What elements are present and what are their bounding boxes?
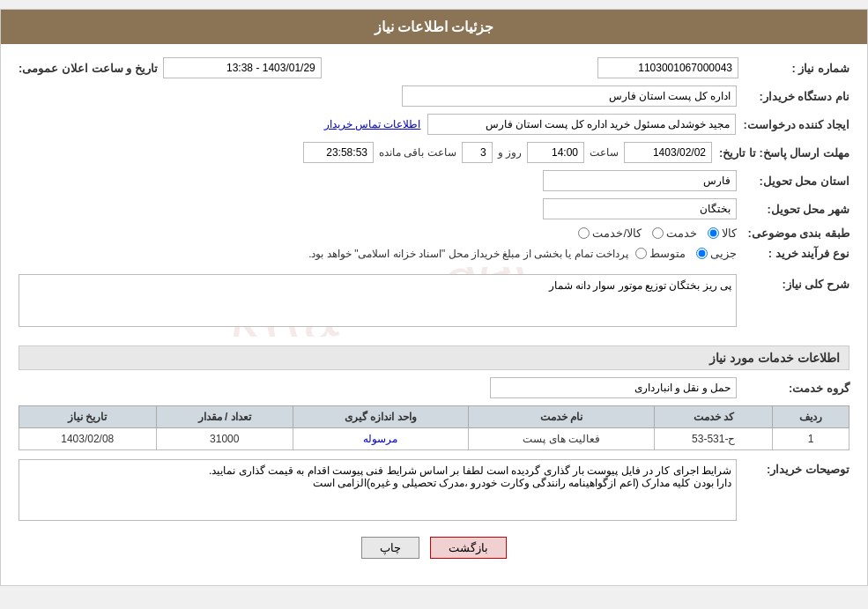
cell-date: 1403/02/08	[19, 428, 157, 450]
response-remaining-label: ساعت باقی مانده	[379, 146, 456, 159]
cell-row: 1	[773, 428, 849, 450]
response-days-input[interactable]	[462, 142, 493, 163]
response-remaining-input[interactable]	[303, 142, 374, 163]
category-option-khedmat[interactable]: خدمت	[652, 227, 697, 240]
need-number-label: شماره نیاز :	[744, 62, 849, 75]
process-option-jozii[interactable]: جزیی	[696, 247, 737, 260]
cell-code: ح-531-53	[655, 428, 773, 450]
province-label: استان محل تحویل:	[744, 175, 849, 188]
page-header: جزئیات اطلاعات نیاز	[1, 10, 867, 44]
response-time-input[interactable]	[527, 142, 584, 163]
buyer-org-label: نام دستگاه خریدار:	[744, 90, 849, 103]
creator-input[interactable]	[427, 114, 736, 135]
col-header-unit: واحد اندازه گیری	[293, 406, 468, 428]
response-days-label: روز و	[498, 146, 522, 159]
service-group-label: گروه خدمت:	[744, 382, 849, 395]
col-header-date: تاریخ نیاز	[19, 406, 157, 428]
process-note: پرداخت تمام یا بخشی از مبلغ خریداز محل "…	[308, 248, 628, 260]
category-option-kala-khedmat[interactable]: کالا/خدمت	[578, 227, 642, 240]
col-header-row: ردیف	[773, 406, 849, 428]
category-radio-group: کالا/خدمت خدمت کالا	[578, 227, 737, 240]
creator-label: ایجاد کننده درخواست:	[743, 118, 849, 131]
contact-link[interactable]: اطلاعات تماس خریدار	[324, 118, 421, 130]
buyer-org-input[interactable]	[402, 85, 737, 107]
category-label: طبقه بندی موضوعی:	[744, 227, 849, 240]
response-date-input[interactable]	[624, 142, 712, 163]
buyer-description-label: توصیحات خریدار:	[744, 459, 849, 476]
buttons-row: بازگشت چاپ	[19, 537, 849, 572]
services-table: ردیف کد خدمت نام خدمت واحد اندازه گیری ت…	[19, 405, 849, 450]
announcement-date-label: تاریخ و ساعت اعلان عمومی:	[19, 62, 158, 75]
process-label: نوع فرآیند خرید :	[744, 247, 849, 260]
category-option-kala[interactable]: کالا	[708, 227, 737, 240]
need-description-textarea[interactable]: پی ریز بختگان توزیع موتور سوار دانه شمار	[19, 274, 737, 327]
service-group-input[interactable]	[490, 377, 737, 398]
need-description-label: شرح کلی نیاز:	[744, 274, 849, 291]
cell-qty: 31000	[156, 428, 293, 450]
page-title: جزئیات اطلاعات نیاز	[375, 19, 494, 34]
need-number-input[interactable]	[597, 57, 738, 78]
services-section-title: اطلاعات خدمات مورد نیاز	[19, 345, 849, 370]
buyer-description-textarea[interactable]: شرایط اجرای کار در فایل پیوست بار گذاری …	[19, 459, 737, 521]
response-time-label: ساعت	[590, 146, 619, 159]
back-button[interactable]: بازگشت	[430, 537, 507, 559]
cell-unit: مرسوله	[293, 428, 468, 450]
cell-service: فعالیت های پست	[469, 428, 655, 450]
city-label: شهر محل تحویل:	[744, 203, 849, 216]
response-deadline-label: مهلت ارسال پاسخ: تا تاریخ:	[717, 146, 849, 160]
process-radio-group: متوسط جزیی	[635, 247, 737, 260]
col-header-qty: تعداد / مقدار	[156, 406, 293, 428]
col-header-code: کد خدمت	[655, 406, 773, 428]
process-option-motavasset[interactable]: متوسط	[635, 247, 686, 260]
announcement-date-input[interactable]	[163, 57, 322, 78]
table-row: 1 ح-531-53 فعالیت های پست مرسوله 31000 1…	[19, 428, 849, 450]
col-header-service: نام خدمت	[469, 406, 655, 428]
print-button[interactable]: چاپ	[361, 537, 419, 559]
city-input[interactable]	[543, 198, 737, 219]
province-input[interactable]	[543, 170, 737, 191]
